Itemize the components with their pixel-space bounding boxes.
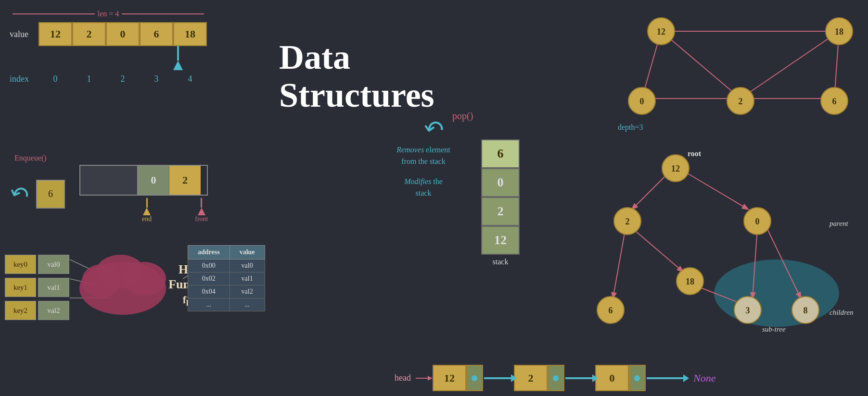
svg-text:18: 18 bbox=[835, 27, 843, 37]
ll-arrow-2 bbox=[565, 377, 594, 379]
svg-line-13 bbox=[740, 31, 839, 99]
hash-section: key0 val0 key1 val1 key2 val2 HashFuncti… bbox=[5, 255, 69, 320]
title-section: DataStructures bbox=[279, 38, 434, 114]
hash-row-1-val: val1 bbox=[230, 272, 265, 285]
tree-section: root 12 2 18 6 0 3 8 parent children sub… bbox=[594, 135, 863, 341]
hash-row-0-val: val0 bbox=[230, 260, 265, 272]
ll-dot-0 bbox=[634, 375, 640, 381]
ll-val-2: 2 bbox=[514, 365, 548, 391]
svg-line-32 bbox=[613, 231, 625, 298]
ll-dot-12 bbox=[472, 375, 477, 381]
svg-text:8: 8 bbox=[804, 306, 808, 315]
queue-box: 0 2 bbox=[79, 165, 208, 196]
ll-arrow-3 bbox=[647, 377, 685, 379]
svg-text:3: 3 bbox=[746, 306, 750, 315]
stack-section: pop() ↷ Removes elementfrom the stack Mo… bbox=[375, 111, 568, 266]
stack-cell-0: 0 bbox=[481, 168, 520, 197]
head-label: head bbox=[395, 373, 411, 383]
hash-table: address value 0x00val0 0x02val1 0x04val2… bbox=[188, 245, 265, 311]
linked-list-section: head 12 2 0 None bbox=[395, 365, 715, 391]
ll-val-12: 12 bbox=[433, 365, 466, 391]
array-cell-1: 2 bbox=[72, 22, 106, 46]
array-cell-0: 12 bbox=[38, 22, 72, 46]
graph-svg: 12 18 0 2 6 depth=3 bbox=[613, 5, 863, 144]
hash-table-header-value: value bbox=[230, 246, 265, 260]
queue-section: Enqueue() ↷ 6 0 2 end front bbox=[10, 154, 208, 223]
front-label: front bbox=[195, 198, 208, 223]
svg-marker-55 bbox=[428, 376, 433, 381]
svg-text:18: 18 bbox=[686, 277, 694, 286]
queue-cell-1: 2 bbox=[169, 166, 201, 195]
queue-item-6: 6 bbox=[36, 180, 65, 209]
ll-val-0: 0 bbox=[595, 365, 629, 391]
hash-row-dots-val: ... bbox=[230, 298, 265, 311]
graph-section: 12 18 0 2 6 depth=3 bbox=[613, 5, 863, 149]
array-section: len = 4 value 12 2 0 6 18 index 0 1 2 3 … bbox=[10, 10, 207, 84]
ll-next-12 bbox=[466, 365, 483, 391]
array-cell-4: 18 bbox=[173, 22, 207, 46]
end-label: end bbox=[142, 198, 152, 223]
index-2: 2 bbox=[106, 74, 140, 84]
stack-cell-2: 2 bbox=[481, 197, 520, 226]
svg-point-9 bbox=[96, 255, 144, 288]
ll-node-0: 0 bbox=[595, 365, 646, 391]
svg-text:root: root bbox=[688, 149, 702, 158]
hash-row-0-addr: 0x00 bbox=[188, 260, 230, 272]
modifies-text: Modifies thestack bbox=[375, 176, 472, 199]
svg-line-12 bbox=[661, 31, 740, 99]
stack-cells: 6 0 2 12 stack bbox=[481, 139, 520, 266]
hash-row-2-addr: 0x04 bbox=[188, 285, 230, 298]
svg-text:sub-tree: sub-tree bbox=[762, 325, 786, 333]
svg-text:6: 6 bbox=[609, 306, 613, 315]
svg-text:depth=3: depth=3 bbox=[618, 123, 643, 132]
head-arrow-icon bbox=[413, 373, 433, 383]
ll-next-0 bbox=[629, 365, 646, 391]
hash-row-1-addr: 0x02 bbox=[188, 272, 230, 285]
svg-text:2: 2 bbox=[625, 217, 630, 226]
ll-node-2: 2 bbox=[514, 365, 564, 391]
hash-row-2-val: val2 bbox=[230, 285, 265, 298]
array-cell-2: 0 bbox=[106, 22, 140, 46]
queue-cell-0: 0 bbox=[138, 166, 169, 195]
tree-svg: root 12 2 18 6 0 3 8 parent children sub… bbox=[594, 135, 863, 336]
svg-text:children: children bbox=[830, 309, 853, 316]
pop-label: pop() bbox=[452, 111, 473, 122]
value-label: value bbox=[10, 29, 38, 39]
svg-text:0: 0 bbox=[640, 97, 644, 106]
hash-cloud: HashFunctionfhash bbox=[72, 245, 173, 319]
enqueue-label: Enqueue() bbox=[14, 154, 208, 162]
svg-line-30 bbox=[683, 171, 748, 209]
index-1: 1 bbox=[72, 74, 106, 84]
ll-dot-2 bbox=[553, 375, 559, 381]
stack-cell-6: 6 bbox=[481, 139, 520, 168]
hash-table-header-address: address bbox=[188, 246, 230, 260]
index-label: index bbox=[10, 74, 38, 84]
svg-text:12: 12 bbox=[671, 164, 680, 173]
ll-connector-2 bbox=[565, 377, 594, 379]
svg-text:parent: parent bbox=[829, 220, 848, 227]
svg-line-31 bbox=[632, 228, 683, 272]
len-label: len = 4 bbox=[10, 10, 207, 18]
hash-row-dots-addr: ... bbox=[188, 298, 230, 311]
removes-text: Removes elementfrom the stack bbox=[375, 144, 472, 167]
stack-cell-12: 12 bbox=[481, 226, 520, 255]
ll-arrow-1 bbox=[484, 377, 513, 379]
svg-point-28 bbox=[714, 260, 839, 327]
index-4: 4 bbox=[173, 74, 207, 84]
queue-empty bbox=[80, 166, 138, 195]
ll-connector-3 bbox=[647, 377, 685, 379]
page-title: DataStructures bbox=[279, 38, 434, 114]
ll-node-12: 12 bbox=[433, 365, 483, 391]
svg-text:0: 0 bbox=[755, 217, 760, 226]
ll-connector-1 bbox=[484, 377, 513, 379]
svg-text:12: 12 bbox=[657, 27, 665, 37]
index-3: 3 bbox=[140, 74, 173, 84]
enqueue-arrow-icon: ↷ bbox=[6, 178, 33, 210]
ll-next-2 bbox=[548, 365, 564, 391]
array-cell-3: 6 bbox=[140, 22, 173, 46]
index-0: 0 bbox=[38, 74, 72, 84]
svg-text:2: 2 bbox=[739, 97, 743, 106]
svg-text:6: 6 bbox=[832, 97, 837, 106]
none-label: None bbox=[693, 372, 715, 384]
stack-label: stack bbox=[481, 258, 520, 266]
